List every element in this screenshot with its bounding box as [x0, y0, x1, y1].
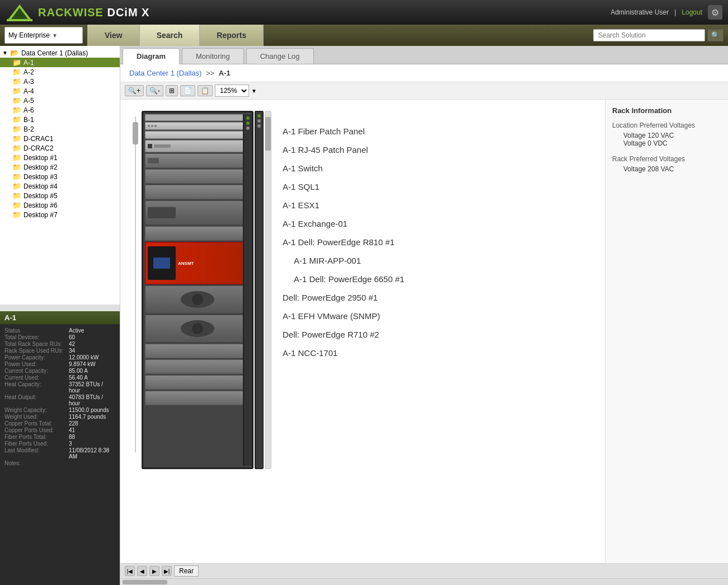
rack-canvas[interactable]: ANSMT	[120, 100, 605, 563]
tree-node-rack-a-6[interactable]: 📁A-6	[0, 105, 120, 115]
rack-stat-value: 9.8974 kW	[69, 361, 96, 367]
rack-unit-server7[interactable]	[145, 375, 250, 390]
tab-diagram[interactable]: Diagram	[123, 48, 180, 64]
tree-node-rack-d-crac2[interactable]: 📁D-CRAC2	[0, 143, 120, 153]
rack-with-controls: ANSMT	[131, 111, 271, 469]
search-box-area: 🔍	[593, 25, 728, 46]
logo-text: RACKWISE DCiM X	[38, 6, 149, 19]
rack-voltages: Voltage 208 VAC	[612, 165, 721, 173]
tree-node-root[interactable]: ▼ 📂 Data Center 1 (Dallas)	[0, 48, 120, 58]
tree-node-rack-b-1[interactable]: 📁B-1	[0, 115, 120, 124]
breadcrumb-parent[interactable]: Data Center 1 (Dallas)	[129, 69, 201, 77]
settings-gear[interactable]: ⚙	[708, 5, 722, 20]
diagram-hscrollbar[interactable]	[120, 578, 728, 585]
tab-monitoring[interactable]: Monitoring	[182, 48, 244, 64]
logo-icon	[6, 2, 34, 22]
nav-next-button[interactable]: ▶	[149, 566, 159, 576]
tree-node-rack-desktop--7[interactable]: 📁Desktop #7	[0, 210, 120, 219]
content-tabs: Diagram Monitoring Change Log	[120, 46, 728, 64]
rack-unit-server2[interactable]	[145, 169, 250, 184]
breadcrumb: Data Center 1 (Dallas) >> A-1	[120, 64, 728, 82]
tree-node-rack-desktop--2[interactable]: 📁Desktop #2	[0, 162, 120, 172]
logout-link[interactable]: Logout	[682, 8, 702, 16]
device-label-8: A-1 Dell: PowerEdge 6650 #1	[283, 270, 594, 288]
nav-last-button[interactable]: ▶|	[162, 566, 172, 576]
search-button[interactable]: 🔍	[707, 29, 724, 41]
navbar: My Enterprise ▼ View Search Reports 🔍	[0, 25, 728, 46]
rack-unit-server3[interactable]	[145, 185, 250, 199]
tree-node-rack-desktop--6[interactable]: 📁Desktop #6	[0, 200, 120, 210]
zoom-out-button[interactable]: 🔍-	[146, 85, 163, 96]
rack-unit-2u-server[interactable]	[145, 200, 250, 225]
rack-vscrollbar[interactable]	[135, 116, 136, 452]
folder-icon: 📁	[12, 191, 21, 200]
tree-node-rack-a-2[interactable]: 📁A-2	[0, 67, 120, 77]
tree-node-rack-b-2[interactable]: 📁B-2	[0, 124, 120, 134]
tree-node-rack-desktop--4[interactable]: 📁Desktop #4	[0, 181, 120, 191]
rack-vscroll-thumb[interactable]	[133, 122, 138, 144]
rack-column: ANSMT	[131, 111, 271, 469]
pdu-led	[246, 116, 250, 120]
rack-node-label: D-CRAC1	[24, 135, 53, 143]
tree-node-rack-desktop--3[interactable]: 📁Desktop #3	[0, 172, 120, 181]
tree-node-rack-a-1[interactable]: 📁A-1	[0, 58, 120, 67]
folder-icon: 📁	[12, 58, 21, 67]
nav-prev-button[interactable]: ◀	[137, 566, 147, 576]
rack-unit-server1[interactable]	[145, 153, 250, 168]
folder-icon: 📁	[12, 144, 21, 152]
rack-unit-patch2[interactable]	[145, 131, 250, 139]
rack-unit-patch1[interactable]	[145, 122, 250, 130]
rack-stat-row: Current Capacity:85.00 A	[4, 368, 115, 374]
rack-unit-server5[interactable]	[145, 344, 250, 358]
fit-button[interactable]: ⊞	[166, 85, 178, 96]
nav-tab-search[interactable]: Search	[140, 25, 200, 46]
zoom-in-button[interactable]: 🔍+	[125, 85, 144, 96]
rack-stat-value: 41	[69, 427, 75, 433]
server-fan	[181, 291, 214, 308]
nav-first-button[interactable]: |◀	[125, 566, 135, 576]
rear-label[interactable]: Rear	[174, 565, 199, 577]
rack-info-title: Rack Information	[612, 106, 721, 115]
tree-node-rack-d-crac1[interactable]: 📁D-CRAC1	[0, 134, 120, 143]
rack-stat-row: Heat Output:40783 BTUs / hour	[4, 394, 115, 406]
rack-unit-large-server1[interactable]	[145, 286, 250, 313]
tree-node-rack-a-5[interactable]: 📁A-5	[0, 96, 120, 105]
main-layout: ▼ 📂 Data Center 1 (Dallas) 📁A-1📁A-2📁A-3📁…	[0, 46, 728, 585]
rack-unit-server6[interactable]	[145, 359, 250, 374]
rack-stat-value: 88	[69, 434, 75, 440]
diagram-vscrollbar[interactable]	[265, 111, 271, 469]
nav-tab-reports[interactable]: Reports	[200, 25, 264, 46]
tree-node-rack-a-4[interactable]: 📁A-4	[0, 86, 120, 96]
device-label-9: Dell: PowerEdge 2950 #1	[283, 288, 594, 307]
enterprise-select[interactable]: My Enterprise ▼	[4, 27, 83, 44]
rack-unit-large-server2[interactable]	[145, 315, 250, 343]
rack-unit-server8[interactable]	[145, 391, 250, 405]
rack-unit-server4[interactable]	[145, 226, 250, 241]
device-label-7: A-1 MIR-APP-001	[283, 251, 594, 270]
expand-icon[interactable]: ▼	[2, 50, 8, 56]
rack-visual-box: ANSMT	[142, 111, 253, 469]
rack-node-label: Desktop #4	[24, 182, 58, 190]
folder-icon: 📁	[12, 77, 21, 86]
search-solution-input[interactable]	[593, 29, 705, 41]
diagram-vscroll-thumb[interactable]	[265, 117, 271, 151]
rack-section: Rack Preferred Voltages Voltage 208 VAC	[612, 155, 721, 173]
zoom-select[interactable]: 125% 100% 75% 50% 150%	[215, 85, 249, 97]
export1-button[interactable]: 📄	[180, 85, 195, 96]
tree-node-rack-a-3[interactable]: 📁A-3	[0, 77, 120, 86]
rack-left-controls	[131, 111, 139, 452]
rack-stat-value: 11500.0 pounds	[69, 407, 109, 413]
rack-stat-label: Last Modified:	[4, 447, 69, 460]
pdu-led1	[257, 114, 261, 118]
switch-ports-row	[154, 144, 171, 148]
diagram-hscroll-thumb[interactable]	[123, 580, 167, 584]
tree-node-rack-desktop--1[interactable]: 📁Desktop #1	[0, 153, 120, 162]
tab-changelog[interactable]: Change Log	[246, 48, 314, 64]
tree-hscrollbar[interactable]	[0, 305, 120, 311]
nav-tab-view[interactable]: View	[87, 25, 140, 46]
rack-unit-switch[interactable]	[145, 140, 250, 152]
rack-unit-red-chassis[interactable]: ANSMT	[145, 242, 250, 284]
tree-node-rack-desktop--5[interactable]: 📁Desktop #5	[0, 191, 120, 200]
export2-button[interactable]: 📋	[198, 85, 213, 96]
tree-area[interactable]: ▼ 📂 Data Center 1 (Dallas) 📁A-1📁A-2📁A-3📁…	[0, 46, 120, 305]
